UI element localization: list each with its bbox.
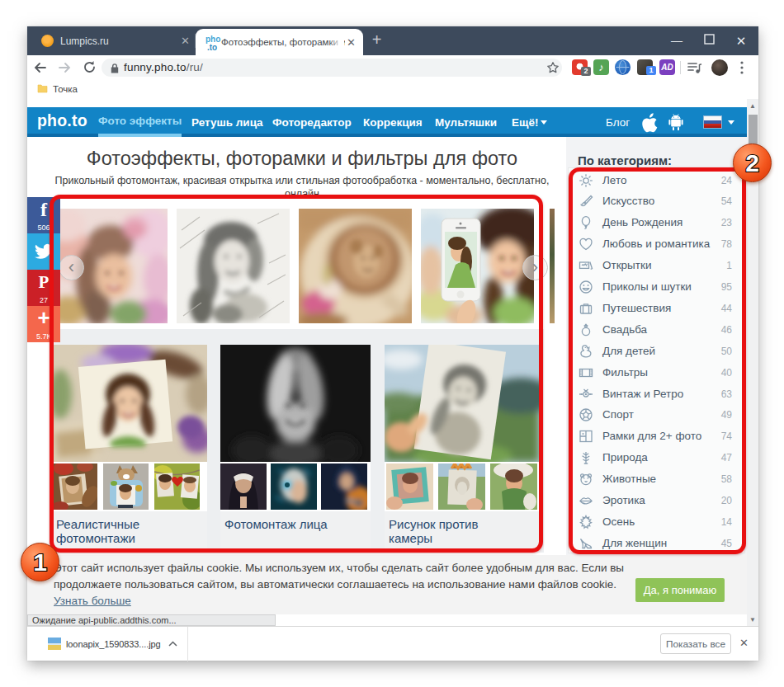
svg-text:.to: .to [207, 43, 217, 52]
